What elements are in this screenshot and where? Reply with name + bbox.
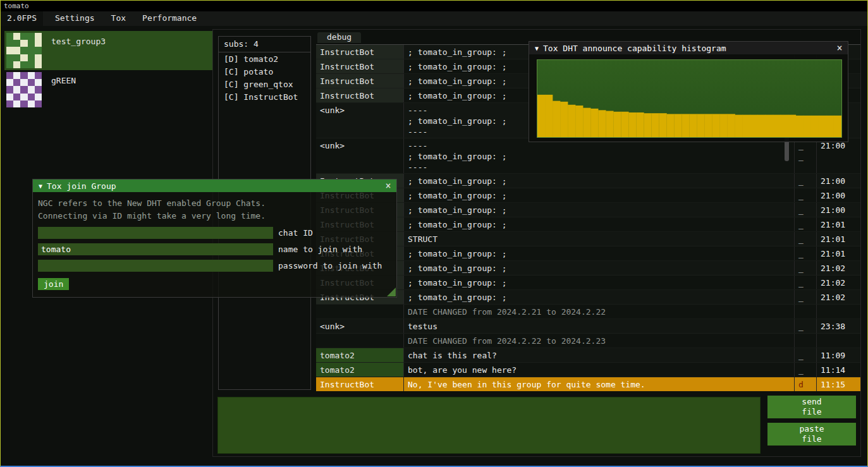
histogram-bar: [690, 114, 697, 137]
message-time: 21:02: [816, 276, 860, 289]
chat-message-row[interactable]: InstructBot; tomato_in_group: ;_ _21:02: [316, 290, 860, 305]
collapse-arrow-icon[interactable]: ▼: [35, 183, 46, 190]
menu-items: SettingsToxPerformance: [47, 11, 205, 26]
message-time: 21:01: [816, 232, 860, 246]
date-changed-text: DATE CHANGED from 2024.2.22 to 2024.2.23: [403, 334, 794, 348]
send-file-button[interactable]: send file: [767, 396, 856, 418]
avatar-pixel: [28, 72, 35, 79]
avatar-pixel: [20, 33, 27, 40]
join-info-text: NGC refers to the New DHT enabled Group …: [33, 192, 396, 222]
avatar-pixel: [13, 33, 20, 40]
histogram-bar: [728, 114, 735, 137]
avatar-pixel: [35, 72, 42, 79]
sender-name: tomato2: [316, 363, 403, 377]
subs-list: [D] tomato2[C] potato[C] green_qtox[C] I…: [219, 52, 310, 103]
chat-message-row[interactable]: InstructBot; tomato_in_group: ;_ _21:00: [316, 188, 860, 203]
avatar-pixel: [28, 40, 35, 47]
chat-message-row[interactable]: InstructBot; tomato_in_group: ;_ _21:02: [316, 261, 860, 276]
subs-list-item[interactable]: [C] green_qtox: [219, 78, 310, 90]
histogram-bar: [811, 116, 819, 137]
message-text: STRUCT: [403, 232, 794, 246]
avatar-pixel: [35, 54, 42, 61]
join-window-titlebar[interactable]: ▼ Tox join Group ×: [33, 179, 396, 192]
avatar-pixel: [28, 61, 35, 68]
chat-message-row[interactable]: InstructBotSTRUCT_ _21:01: [316, 232, 860, 246]
chat-message-row[interactable]: <unk>---- ; tomato_in_group: ; ----_ _21…: [316, 138, 860, 174]
histogram-bar: [804, 116, 811, 137]
message-flags: _ _: [794, 246, 816, 260]
chat-message-row[interactable]: InstructBot; tomato_in_group: ;_ _21:00: [316, 203, 860, 217]
join-input-password-to-join-with[interactable]: [38, 260, 273, 272]
avatar-pixel: [20, 100, 27, 107]
date-separator-row: DATE CHANGED from 2024.2.21 to 2024.2.22: [316, 305, 860, 319]
avatar-pixel: [35, 94, 42, 100]
message-flags: _ _: [794, 276, 816, 289]
fps-counter: 2.0FPS: [1, 11, 43, 26]
close-icon[interactable]: ×: [382, 180, 394, 191]
sender-name: InstructBot: [316, 45, 403, 59]
close-icon[interactable]: ×: [834, 42, 845, 54]
avatar-pixel: [13, 86, 20, 93]
chat-message-row[interactable]: InstructBot; tomato_in_group: ;_ _21:00: [316, 174, 860, 188]
sender-name: [316, 334, 403, 348]
menu-item-performance[interactable]: Performance: [134, 11, 205, 26]
group-list-item[interactable]: test_group3: [4, 31, 213, 70]
histogram-svg: [537, 60, 841, 137]
chat-message-row[interactable]: <unk>testus_ _23:38: [316, 319, 860, 334]
join-input-chat-ID[interactable]: [38, 227, 273, 239]
avatar-pixel: [6, 33, 13, 40]
message-flags: [794, 334, 816, 348]
avatar-pixel: [6, 54, 13, 61]
avatar-pixel: [13, 100, 20, 107]
message-time: 23:38: [816, 319, 860, 333]
sender-name: InstructBot: [316, 59, 403, 73]
chat-message-row[interactable]: tomato2chat is this real?_ _11:09: [316, 348, 860, 363]
chat-message-row[interactable]: InstructBot; tomato_in_group: ;_ _21:01: [316, 246, 860, 261]
chat-message-row[interactable]: InstructBot; tomato_in_group: ;_ _21:02: [316, 276, 860, 290]
avatar-pixel: [13, 40, 20, 47]
subs-list-item[interactable]: [D] tomato2: [219, 52, 310, 65]
message-text: ; tomato_in_group: ;: [403, 261, 794, 275]
histogram-bar: [651, 113, 659, 137]
chat-message-row[interactable]: tomato2bot, are you new here?_ _11:14: [316, 363, 860, 377]
subs-list-item[interactable]: [C] potato: [219, 65, 310, 78]
tab-debug[interactable]: debug: [317, 32, 361, 43]
resize-grip[interactable]: [387, 288, 396, 296]
avatar-pixel: [28, 47, 35, 54]
menu-item-settings[interactable]: Settings: [47, 11, 103, 26]
histogram-bar: [659, 113, 666, 137]
dht-histogram-window: ▼ Tox DHT announce capability histogram …: [529, 41, 848, 142]
join-button[interactable]: join: [38, 278, 69, 290]
group-avatar: [6, 33, 42, 68]
histogram-bar: [553, 101, 560, 137]
sender-name: tomato2: [316, 348, 403, 362]
join-input-name-to-join-with[interactable]: [38, 243, 273, 255]
histogram-window-title: Tox DHT announce capability histogram: [543, 44, 726, 53]
histogram-bar: [750, 115, 758, 137]
avatar-pixel: [35, 86, 42, 93]
message-flags: _ _: [794, 363, 816, 377]
histogram-window-titlebar[interactable]: ▼ Tox DHT announce capability histogram …: [529, 42, 848, 54]
collapse-arrow-icon[interactable]: ▼: [532, 45, 542, 52]
avatar-pixel: [35, 33, 42, 40]
message-time: 21:00: [816, 174, 860, 188]
message-time: 11:09: [816, 348, 860, 362]
chat-message-row[interactable]: InstructBot; tomato_in_group: ;_ _21:01: [316, 217, 860, 232]
join-fields: chat IDname to join withpassword to join…: [33, 227, 396, 272]
histogram-bar: [773, 115, 781, 137]
chat-message-row[interactable]: InstructBotNo, I've been in this group f…: [316, 377, 860, 391]
menu-item-tox[interactable]: Tox: [103, 11, 134, 26]
histogram-bar: [781, 115, 788, 137]
histogram-bar: [758, 115, 766, 137]
avatar-pixel: [20, 72, 27, 79]
message-text: bot, are you new here?: [403, 363, 794, 377]
avatar-pixel: [13, 72, 20, 79]
avatar-pixel: [13, 94, 20, 100]
histogram-bar: [674, 114, 682, 137]
join-field-row: password to join with: [38, 260, 391, 272]
paste-file-button[interactable]: paste file: [767, 423, 856, 446]
subs-list-item[interactable]: [C] InstructBot: [219, 90, 310, 103]
histogram-plot: [537, 59, 842, 138]
group-list-item[interactable]: gREEN: [4, 70, 213, 109]
message-input[interactable]: [217, 397, 761, 454]
